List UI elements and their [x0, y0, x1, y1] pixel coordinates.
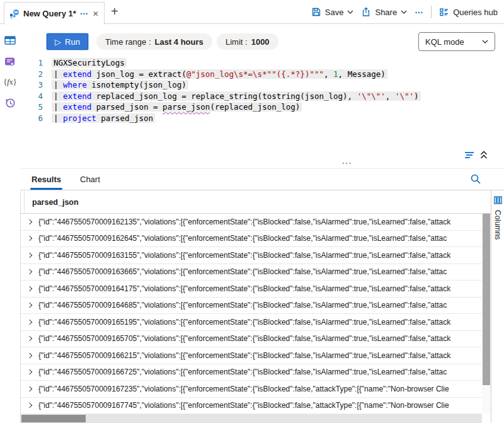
- results-tabs: Results Chart: [20, 169, 504, 190]
- collapse-editor-icon[interactable]: [480, 151, 488, 159]
- row-expand-chevron-icon[interactable]: [21, 320, 38, 324]
- line-number: 1: [20, 57, 43, 69]
- horizontal-scrollbar[interactable]: [21, 414, 482, 423]
- table-row[interactable]: {"id":"4467550570009165705","violations"…: [21, 331, 482, 348]
- tab-bar: New Query 1* ⋯ ✕ + Save: [0, 0, 504, 24]
- row-json-text: {"id":"4467550570009164685","violations"…: [38, 301, 482, 310]
- grid-header-row[interactable]: parsed_json: [21, 191, 491, 214]
- column-header-parsed-json[interactable]: parsed_json: [32, 198, 79, 207]
- sidebar-functions-icon[interactable]: {fx}: [4, 78, 17, 87]
- share-chevron-down-icon[interactable]: [401, 10, 407, 14]
- sidebar-history-icon[interactable]: [4, 97, 16, 108]
- row-json-text: {"id":"4467550570009165195","violations"…: [38, 318, 482, 327]
- row-expand-chevron-icon[interactable]: [21, 370, 38, 374]
- table-row[interactable]: {"id":"4467550570009162135","violations"…: [21, 214, 482, 231]
- header-column-separator: [24, 191, 25, 213]
- code-text: | extend parsed_json = parse_json(replac…: [52, 102, 302, 112]
- kql-mode-value: KQL mode: [425, 37, 464, 47]
- table-row[interactable]: {"id":"4467550570009167235","violations"…: [21, 381, 482, 398]
- tab-title: New Query 1*: [23, 9, 76, 18]
- editor-line[interactable]: 5| extend parsed_json = parse_json(repla…: [20, 101, 504, 113]
- share-button[interactable]: Share: [361, 7, 407, 17]
- time-range-value: Last 4 hours: [155, 37, 203, 47]
- table-row[interactable]: {"id":"4467550570009163665","violations"…: [21, 264, 482, 281]
- table-row[interactable]: {"id":"4467550570009162645","violations"…: [21, 231, 482, 248]
- kql-mode-select[interactable]: KQL mode: [418, 32, 495, 51]
- tab-more-icon[interactable]: ⋯: [80, 9, 89, 18]
- row-expand-chevron-icon[interactable]: [21, 403, 38, 407]
- row-json-text: {"id":"4467550570009166725","violations"…: [38, 368, 482, 376]
- query-editor[interactable]: 1NGXSecurityLogs2| extend json_log = ext…: [20, 57, 504, 124]
- row-expand-chevron-icon[interactable]: [21, 270, 38, 274]
- editor-line[interactable]: 2| extend json_log = extract(@"json_log\…: [20, 69, 504, 80]
- share-icon: [361, 7, 371, 17]
- more-actions-button[interactable]: ⋯: [415, 8, 423, 17]
- row-json-text: {"id":"4467550570009162135","violations"…: [38, 217, 482, 226]
- row-json-text: {"id":"4467550570009166215","violations"…: [38, 351, 482, 360]
- row-expand-chevron-icon[interactable]: [21, 354, 38, 357]
- row-expand-chevron-icon[interactable]: [21, 287, 38, 291]
- columns-icon: [494, 196, 502, 204]
- editor-line[interactable]: 3| where isnotempty(json_log): [20, 79, 504, 91]
- left-sidebar: {fx}: [0, 25, 20, 423]
- row-json-text: {"id":"4467550570009163665","violations"…: [38, 267, 482, 276]
- run-button[interactable]: ▷ Run: [47, 33, 88, 50]
- code-text: | extend replaced_json_log = replace_str…: [52, 91, 421, 101]
- tab-results[interactable]: Results: [32, 169, 61, 190]
- query-tab[interactable]: New Query 1* ⋯ ✕: [4, 2, 105, 25]
- vertical-scrollbar[interactable]: [482, 214, 491, 414]
- vertical-scrollbar-thumb[interactable]: [483, 214, 490, 385]
- row-expand-chevron-icon[interactable]: [21, 303, 38, 307]
- row-expand-chevron-icon[interactable]: [21, 387, 38, 391]
- columns-side-panel[interactable]: Columns: [491, 190, 504, 423]
- time-range-label: Time range :: [105, 37, 151, 47]
- limit-value: 1000: [251, 37, 270, 47]
- table-row[interactable]: {"id":"4467550570009166215","violations"…: [21, 347, 482, 364]
- save-chevron-down-icon[interactable]: [347, 10, 353, 14]
- editor-lines: 1NGXSecurityLogs2| extend json_log = ext…: [20, 57, 504, 124]
- panel-resize-handle[interactable]: ⋯: [341, 157, 352, 169]
- queries-hub-button[interactable]: Queries hub: [439, 7, 498, 17]
- table-row[interactable]: {"id":"4467550570009166725","violations"…: [21, 364, 482, 381]
- row-json-text: {"id":"4467550570009167745","violations"…: [38, 401, 482, 410]
- table-row[interactable]: {"id":"4467550570009164685","violations"…: [21, 298, 482, 315]
- tab-close-icon[interactable]: ✕: [93, 9, 99, 18]
- columns-panel-label: Columns: [493, 210, 502, 240]
- new-tab-button[interactable]: +: [111, 4, 118, 19]
- line-number: 4: [20, 91, 43, 102]
- search-icon[interactable]: [470, 173, 481, 185]
- row-expand-chevron-icon[interactable]: [21, 253, 38, 257]
- row-expand-chevron-icon[interactable]: [21, 337, 38, 340]
- save-button[interactable]: Save: [311, 7, 354, 17]
- editor-line[interactable]: 1NGXSecurityLogs: [20, 57, 504, 69]
- table-row[interactable]: {"id":"4467550570009164175","violations"…: [21, 281, 482, 298]
- table-row[interactable]: {"id":"4467550570009167745","violations"…: [21, 398, 482, 415]
- save-icon: [311, 7, 321, 17]
- app-query-icon: [9, 9, 20, 19]
- code-text: | project parsed_json: [52, 113, 155, 123]
- results-rows: {"id":"4467550570009162135","violations"…: [21, 214, 482, 414]
- table-row[interactable]: {"id":"4467550570009163155","violations"…: [21, 247, 482, 264]
- query-stats-icon[interactable]: [464, 151, 474, 159]
- share-label: Share: [375, 8, 397, 17]
- limit-picker[interactable]: Limit : 1000: [217, 33, 278, 50]
- editor-line[interactable]: 4| extend replaced_json_log = replace_st…: [20, 91, 504, 102]
- tab-bar-actions: Save Share ⋯: [311, 0, 498, 24]
- sidebar-saved-queries-icon[interactable]: [4, 56, 16, 67]
- line-number: 5: [20, 101, 43, 113]
- code-text: | extend json_log = extract(@"json_log\s…: [52, 69, 387, 79]
- row-json-text: {"id":"4467550570009167235","violations"…: [38, 385, 482, 393]
- queries-hub-label: Queries hub: [453, 8, 498, 17]
- table-row[interactable]: {"id":"4467550570009165195","violations"…: [21, 314, 482, 331]
- code-text: | where isnotempty(json_log): [52, 80, 188, 90]
- row-json-text: {"id":"4467550570009164175","violations"…: [38, 284, 482, 293]
- row-expand-chevron-icon[interactable]: [21, 220, 38, 224]
- tab-chart[interactable]: Chart: [80, 169, 100, 190]
- horizontal-scrollbar-thumb[interactable]: [21, 415, 86, 422]
- row-expand-chevron-icon[interactable]: [21, 236, 38, 240]
- row-json-text: {"id":"4467550570009163155","violations"…: [38, 251, 482, 260]
- sidebar-tables-icon[interactable]: [4, 35, 16, 46]
- editor-line[interactable]: 6| project parsed_json: [20, 113, 504, 124]
- time-range-picker[interactable]: Time range : Last 4 hours: [96, 33, 212, 50]
- limit-label: Limit :: [226, 37, 248, 47]
